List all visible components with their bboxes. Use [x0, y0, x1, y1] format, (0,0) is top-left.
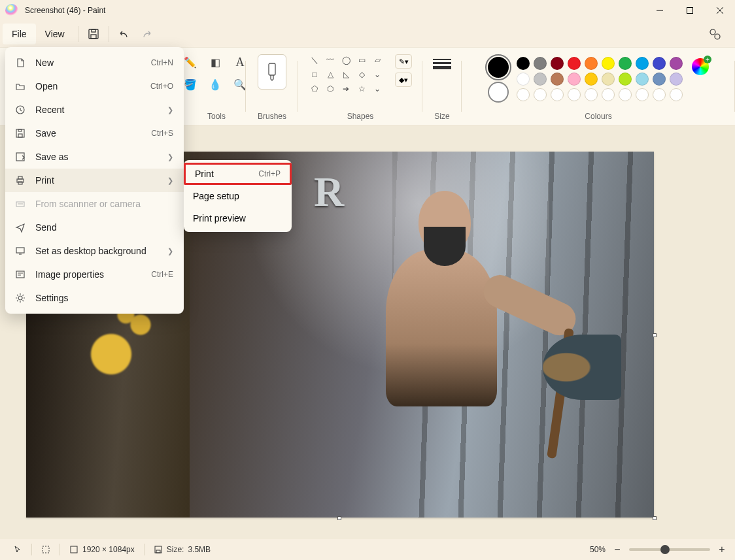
- menu-new-label: New: [35, 58, 54, 68]
- oval-shape-icon[interactable]: ◯: [340, 54, 352, 66]
- fill-tool-icon[interactable]: 🪣: [182, 76, 198, 92]
- rhombus-shape-icon[interactable]: ◇: [356, 69, 368, 80]
- palette-color[interactable]: [636, 73, 649, 86]
- app-settings-button[interactable]: [704, 23, 726, 45]
- file-size: Size: 3.5MB: [147, 545, 217, 554]
- menu-open[interactable]: Open Ctrl+O: [5, 74, 184, 98]
- view-tab[interactable]: View: [36, 24, 74, 44]
- save-as-icon: [13, 152, 27, 162]
- shapes-label: Shapes: [347, 112, 374, 121]
- eraser-tool-icon[interactable]: ◧: [207, 54, 223, 70]
- maximize-button[interactable]: [675, 0, 705, 21]
- color1-swatch[interactable]: [488, 57, 509, 78]
- palette-color[interactable]: [619, 73, 632, 86]
- edit-colors-button[interactable]: [692, 58, 709, 75]
- menu-save-as[interactable]: Save as ❯: [5, 145, 184, 169]
- menu-properties[interactable]: Image properties Ctrl+E: [5, 263, 184, 286]
- resize-handle-bottom[interactable]: [337, 516, 341, 520]
- chevron-right-icon: ❯: [167, 176, 173, 185]
- zoom-in-button[interactable]: +: [715, 544, 728, 555]
- line-shape-icon[interactable]: ＼: [309, 54, 320, 66]
- palette-color[interactable]: [670, 73, 683, 86]
- pencil-tool-icon[interactable]: ✏️: [182, 54, 198, 70]
- menu-send[interactable]: Send: [5, 216, 184, 239]
- arrow-shape-icon[interactable]: ➔: [340, 83, 352, 95]
- palette-color[interactable]: [653, 73, 666, 86]
- palette-color[interactable]: [653, 88, 666, 101]
- resize-handle-corner[interactable]: [653, 516, 657, 520]
- file-tab[interactable]: File: [3, 24, 36, 44]
- picker-tool-icon[interactable]: 💧: [207, 76, 223, 92]
- shapes-gallery[interactable]: ＼ 〰 ◯ ▭ ▱ □ △ ◺ ◇ ⌄ ⬠ ⬡ ➔ ☆ ⌄: [309, 54, 386, 95]
- minimize-button[interactable]: [645, 0, 675, 21]
- palette-color[interactable]: [602, 73, 615, 86]
- triangle-shape-icon[interactable]: △: [324, 69, 336, 80]
- palette-color[interactable]: [636, 88, 649, 101]
- palette-color[interactable]: [653, 57, 666, 70]
- quick-save-button[interactable]: [82, 23, 105, 45]
- selection-size: [35, 545, 57, 554]
- palette-color[interactable]: [585, 88, 598, 101]
- size-value: 3.5MB: [188, 545, 211, 554]
- rect-shape-icon[interactable]: ▭: [356, 54, 368, 66]
- menu-open-shortcut: Ctrl+O: [150, 82, 173, 91]
- menu-save-as-label: Save as: [35, 152, 69, 162]
- zoom-out-button[interactable]: −: [611, 544, 624, 555]
- window-title: Screenshot (46) - Paint: [25, 6, 105, 15]
- menu-new[interactable]: New Ctrl+N: [5, 51, 184, 74]
- menu-scanner: From scannner or camera: [5, 192, 184, 216]
- palette-color[interactable]: [585, 57, 598, 70]
- undo-button[interactable]: [113, 23, 135, 45]
- palette-color[interactable]: [534, 73, 547, 86]
- palette-color[interactable]: [551, 88, 564, 101]
- svg-rect-9: [269, 63, 275, 75]
- zoom-slider[interactable]: [629, 548, 710, 551]
- shape-outline-button[interactable]: ✎▾: [395, 54, 412, 69]
- menu-settings[interactable]: Settings: [5, 286, 184, 310]
- menu-recent[interactable]: Recent ❯: [5, 98, 184, 122]
- more-shapes-icon[interactable]: ⌄: [371, 69, 383, 80]
- palette-color[interactable]: [602, 57, 615, 70]
- size-selector[interactable]: [429, 54, 455, 74]
- palette-color[interactable]: [517, 57, 530, 70]
- star-shape-icon[interactable]: ☆: [356, 83, 368, 95]
- palette-color[interactable]: [585, 73, 598, 86]
- palette-color[interactable]: [568, 57, 581, 70]
- callout-shape-icon[interactable]: ⌄: [371, 83, 383, 95]
- palette-color[interactable]: [534, 57, 547, 70]
- pentagon-shape-icon[interactable]: ⬠: [309, 83, 320, 95]
- curve-shape-icon[interactable]: 〰: [324, 54, 336, 66]
- palette-color[interactable]: [551, 73, 564, 86]
- palette-color[interactable]: [551, 57, 564, 70]
- palette-color[interactable]: [568, 73, 581, 86]
- square-shape-icon[interactable]: □: [309, 69, 320, 80]
- submenu-page-setup[interactable]: Page setup: [184, 185, 292, 207]
- polygon-shape-icon[interactable]: ▱: [371, 54, 383, 66]
- color2-swatch[interactable]: [488, 82, 509, 103]
- submenu-print[interactable]: Print Ctrl+P: [184, 163, 292, 185]
- menu-save-label: Save: [35, 128, 56, 139]
- recent-icon: [13, 105, 27, 115]
- resize-handle-right[interactable]: [653, 333, 657, 337]
- palette-color[interactable]: [534, 88, 547, 101]
- menu-print[interactable]: Print ❯: [5, 169, 184, 192]
- title-bar: Screenshot (46) - Paint: [0, 0, 735, 21]
- close-button[interactable]: [705, 0, 735, 21]
- right-triangle-shape-icon[interactable]: ◺: [340, 69, 352, 80]
- hexagon-shape-icon[interactable]: ⬡: [324, 83, 336, 95]
- palette-color[interactable]: [636, 57, 649, 70]
- palette-color[interactable]: [619, 88, 632, 101]
- palette-color[interactable]: [517, 73, 530, 86]
- palette-color[interactable]: [670, 88, 683, 101]
- menu-desktop-bg[interactable]: Set as desktop background ❯: [5, 239, 184, 263]
- palette-color[interactable]: [517, 88, 530, 101]
- shape-fill-button[interactable]: ◆▾: [395, 73, 412, 87]
- submenu-print-preview[interactable]: Print preview: [184, 207, 292, 229]
- palette-color[interactable]: [619, 57, 632, 70]
- brush-selector[interactable]: [258, 54, 286, 90]
- palette-color[interactable]: [568, 88, 581, 101]
- menu-save[interactable]: Save Ctrl+S: [5, 122, 184, 145]
- palette-color[interactable]: [602, 88, 615, 101]
- palette-color[interactable]: [670, 57, 683, 70]
- redo-button[interactable]: [135, 23, 158, 45]
